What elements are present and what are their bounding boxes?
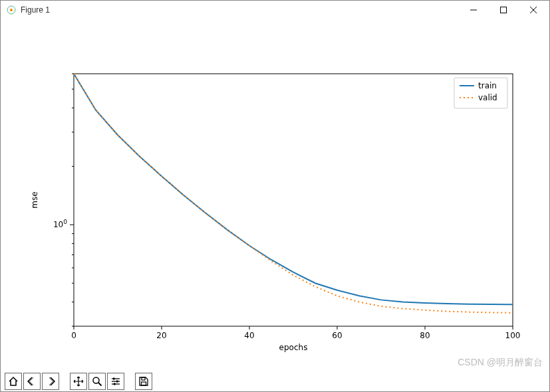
window-title: Figure 1 [21, 5, 458, 15]
minimize-button[interactable] [458, 1, 488, 19]
svg-text:80: 80 [420, 331, 430, 340]
maximize-button[interactable] [488, 1, 518, 19]
axes: 020406080100epochs100mse [30, 74, 520, 352]
titlebar: Figure 1 [1, 1, 549, 19]
svg-text:train: train [478, 81, 497, 90]
svg-text:0: 0 [71, 331, 76, 340]
svg-rect-3 [500, 7, 506, 13]
svg-point-40 [93, 377, 99, 383]
svg-rect-48 [142, 377, 145, 380]
series [74, 74, 513, 313]
home-button[interactable] [5, 373, 22, 390]
svg-rect-6 [74, 74, 513, 326]
plot-canvas: 020406080100epochs100mse trainvalid CSDN… [1, 19, 549, 371]
svg-rect-47 [114, 383, 116, 385]
svg-rect-45 [113, 378, 115, 380]
svg-text:epochs: epochs [279, 343, 308, 352]
configure-button[interactable] [107, 373, 124, 390]
chart-svg: 020406080100epochs100mse trainvalid [1, 19, 549, 371]
app-icon [6, 5, 17, 15]
zoom-button[interactable] [88, 373, 106, 390]
toolbar [1, 371, 549, 391]
svg-rect-49 [142, 382, 146, 385]
save-button[interactable] [135, 373, 152, 390]
legend: trainvalid [454, 78, 507, 108]
svg-text:100: 100 [505, 331, 521, 340]
back-button[interactable] [23, 373, 41, 390]
svg-text:100: 100 [53, 219, 67, 229]
svg-rect-46 [116, 381, 118, 383]
svg-text:20: 20 [156, 331, 166, 340]
svg-text:40: 40 [244, 331, 254, 340]
svg-text:valid: valid [478, 93, 497, 102]
svg-text:60: 60 [332, 331, 342, 340]
forward-button[interactable] [42, 373, 59, 390]
pan-button[interactable] [70, 373, 87, 390]
close-button[interactable] [518, 1, 548, 19]
svg-text:mse: mse [30, 191, 39, 208]
svg-line-41 [98, 383, 102, 386]
svg-point-1 [10, 9, 13, 11]
